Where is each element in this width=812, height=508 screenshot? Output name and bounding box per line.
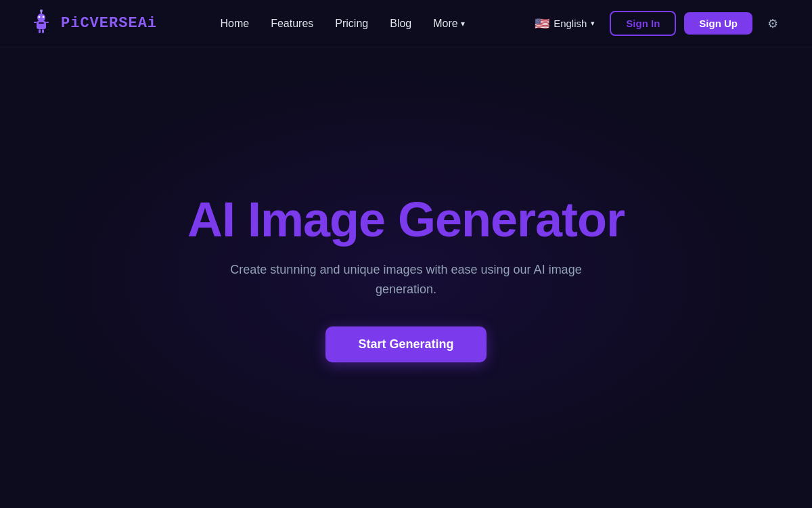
nav-more-dropdown[interactable]: More ▾ <box>433 18 464 30</box>
navbar: PiCVERSEAi Home Features Pricing Blog Mo… <box>0 0 812 47</box>
hero-subtitle: Create stunning and unique images with e… <box>217 260 595 299</box>
signin-button[interactable]: Sign In <box>610 11 676 36</box>
svg-rect-10 <box>46 22 49 23</box>
svg-rect-9 <box>34 22 37 23</box>
logo-icon <box>27 9 55 38</box>
svg-rect-8 <box>42 29 44 33</box>
svg-point-0 <box>37 14 45 22</box>
nav-features[interactable]: Features <box>271 18 313 30</box>
language-label: English <box>554 18 587 29</box>
language-selector[interactable]: 🇺🇸 English ▾ <box>528 12 602 35</box>
nav-blog[interactable]: Blog <box>390 18 411 30</box>
svg-rect-7 <box>39 29 41 33</box>
nav-more-label: More <box>433 18 457 30</box>
nav-more-chevron: ▾ <box>461 19 465 28</box>
logo[interactable]: PiCVERSEAi <box>27 9 157 38</box>
hero-title: AI Image Generator <box>187 193 625 247</box>
settings-icon: ⚙ <box>767 16 778 31</box>
hero-section: AI Image Generator Create stunning and u… <box>0 47 812 508</box>
svg-point-5 <box>43 16 45 18</box>
settings-button[interactable]: ⚙ <box>761 12 785 36</box>
start-generating-button[interactable]: Start Generating <box>325 326 486 362</box>
language-chevron: ▾ <box>591 19 595 28</box>
signup-button[interactable]: Sign Up <box>684 12 752 35</box>
nav-home[interactable]: Home <box>220 18 249 30</box>
svg-point-4 <box>39 16 41 18</box>
nav-pricing[interactable]: Pricing <box>335 18 368 30</box>
logo-text: PiCVERSEAi <box>61 15 157 32</box>
nav-links: Home Features Pricing Blog More ▾ <box>220 18 464 30</box>
svg-point-3 <box>40 9 43 12</box>
svg-rect-6 <box>39 22 44 24</box>
flag-icon: 🇺🇸 <box>535 16 549 31</box>
navbar-right: 🇺🇸 English ▾ Sign In Sign Up ⚙ <box>528 11 785 36</box>
svg-rect-1 <box>37 21 46 29</box>
